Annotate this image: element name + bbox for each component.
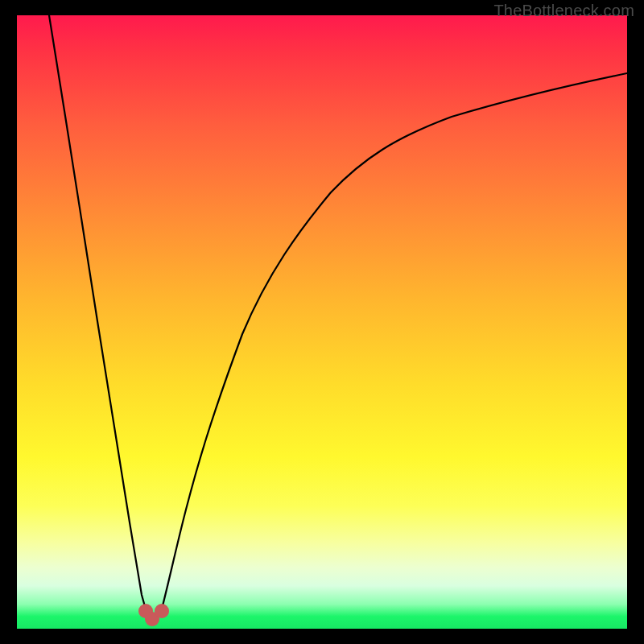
curve-left-branch [49, 15, 147, 615]
chart-plot-area [17, 15, 627, 629]
bottleneck-curve [17, 15, 627, 629]
curve-marker-right [155, 604, 169, 618]
curve-right-branch [160, 73, 627, 615]
watermark-text: TheBottleneck.com [493, 2, 634, 20]
